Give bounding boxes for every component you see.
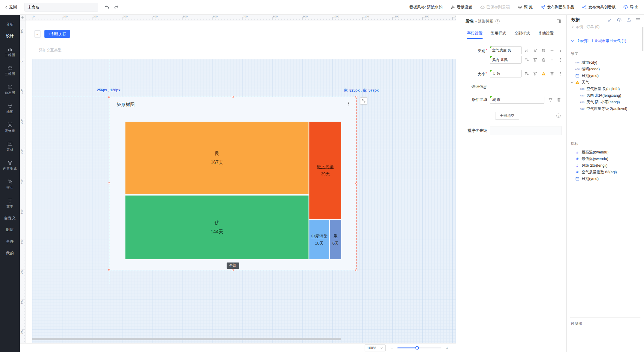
- canvas-viewport[interactable]: « + 创建关联 添加交互类型 256px , 126px 宽: 825px ,…: [26, 20, 456, 343]
- sidebar-item-mine[interactable]: 我的: [0, 247, 20, 259]
- treemap-widget[interactable]: 矩形树图 良167天优144天轻度污染39天中度污染10天重6天 全部: [110, 97, 356, 270]
- resize-handle-se[interactable]: [355, 269, 357, 271]
- sidebar-item-map[interactable]: 地图: [0, 99, 20, 118]
- resize-handle-sw[interactable]: [108, 269, 110, 271]
- board-style-label[interactable]: 看板风格: 清波水韵: [409, 5, 443, 10]
- delete-icon[interactable]: [557, 98, 561, 102]
- sidebar-item-text[interactable]: 文本: [0, 193, 20, 212]
- zoom-select[interactable]: 100%: [365, 344, 386, 351]
- sidebar-item-content-integration[interactable]: 内容集成: [0, 156, 20, 174]
- delete-icon[interactable]: [550, 71, 554, 76]
- field-row[interactable]: ABC空气质量等级 2(aqilevel): [567, 105, 644, 112]
- field-row[interactable]: #最低温(ywendu): [567, 156, 644, 162]
- board-title-input[interactable]: [24, 3, 98, 12]
- cloud-sync-icon[interactable]: [617, 17, 622, 22]
- field-row[interactable]: ABC风向 北风(fengxiang): [567, 92, 644, 99]
- tab-常用样式[interactable]: 常用样式: [491, 28, 506, 39]
- field-row[interactable]: 天气: [567, 79, 644, 86]
- sidebar-item-analysis[interactable]: 分析: [0, 19, 20, 30]
- treemap-node-优[interactable]: 优144天: [125, 196, 308, 259]
- help-icon[interactable]: ?: [495, 19, 500, 23]
- ruler-corner[interactable]: [20, 15, 26, 20]
- create-link-button[interactable]: + 创建关联: [44, 30, 70, 38]
- field-row[interactable]: ABC城市(city): [567, 59, 644, 66]
- collapse-properties-icon[interactable]: [556, 19, 561, 24]
- more-icon[interactable]: [558, 48, 563, 53]
- treemap-node-重[interactable]: 重6天: [330, 220, 341, 259]
- field-row[interactable]: ABC编码(code): [567, 66, 644, 72]
- tab-其他设置[interactable]: 其他设置: [538, 28, 554, 39]
- sidebar-item-chart-2d[interactable]: 二维图: [0, 42, 20, 61]
- zoom-out-button[interactable]: −: [390, 344, 394, 351]
- delete-icon[interactable]: [541, 58, 546, 62]
- zoom-slider-knob[interactable]: [415, 346, 419, 350]
- sort-icon[interactable]: [525, 48, 529, 53]
- canvas-horizontal-scrollbar[interactable]: [32, 338, 341, 340]
- export-button[interactable]: 导 出: [623, 5, 639, 10]
- zoom-in-button[interactable]: +: [445, 344, 450, 351]
- field-pill-days[interactable]: 天 数: [490, 70, 522, 77]
- warning-icon[interactable]: [541, 71, 546, 76]
- filter-icon[interactable]: [533, 48, 537, 53]
- filter-icon[interactable]: [533, 71, 537, 76]
- collapse-panel-button[interactable]: «: [34, 30, 41, 38]
- board-settings-button[interactable]: 看板设置: [450, 5, 472, 10]
- filter-icon[interactable]: [548, 98, 553, 102]
- sidebar-item-events[interactable]: 事件: [0, 236, 20, 247]
- sort-priority-input[interactable]: [490, 126, 562, 135]
- redo-icon[interactable]: [114, 5, 119, 10]
- back-button[interactable]: 返回: [4, 5, 17, 10]
- publish-coop-button[interactable]: 发布为共创看板: [582, 5, 615, 10]
- tab-全部样式[interactable]: 全部样式: [514, 28, 530, 39]
- treemap-node-中度污染[interactable]: 中度污染10天: [309, 220, 329, 259]
- zoom-slider[interactable]: [397, 347, 441, 348]
- sidebar-item-dynamic-chart[interactable]: 动态图: [0, 80, 20, 99]
- sidebar-item-design[interactable]: 设计: [0, 30, 20, 42]
- sidebar-item-chart-3d[interactable]: 三维图: [0, 61, 20, 80]
- sort-icon[interactable]: [525, 71, 529, 76]
- clear-all-button[interactable]: 全部清空: [495, 112, 519, 120]
- field-row[interactable]: 日期(ymd): [567, 175, 644, 182]
- widget-menu-icon[interactable]: [346, 101, 351, 106]
- field-pill-air-quality[interactable]: 空气质量 良: [490, 46, 522, 54]
- dataset-row[interactable]: 【示例】主要城市每日天气 (1): [567, 38, 644, 44]
- selected-component[interactable]: 矩形树图 良167天优144天轻度污染39天中度污染10天重6天 全部: [109, 97, 357, 270]
- field-row[interactable]: ABC天气 阴~小雨(tianqi): [567, 99, 644, 105]
- sidebar-item-material[interactable]: 素材: [0, 137, 20, 156]
- filter-icon[interactable]: [533, 58, 537, 62]
- field-row[interactable]: 日期(ymd): [567, 72, 644, 79]
- relation-icon[interactable]: [608, 17, 612, 22]
- preview-button[interactable]: 预 览: [518, 5, 533, 10]
- resize-handle-w[interactable]: [108, 182, 110, 184]
- list-icon[interactable]: [636, 17, 640, 22]
- sidebar-item-decorator[interactable]: 装饰器: [0, 118, 20, 137]
- sidebar-item-interaction[interactable]: 交互: [0, 174, 20, 193]
- resize-handle-s[interactable]: [232, 269, 234, 271]
- help-icon[interactable]: ?: [556, 114, 561, 118]
- field-row[interactable]: #最高温(bwendu): [567, 149, 644, 156]
- resize-handle-nw[interactable]: [108, 96, 110, 98]
- field-pill-wind-direction[interactable]: 风向 北风: [490, 56, 522, 64]
- resize-handle-e[interactable]: [355, 182, 357, 184]
- sort-icon[interactable]: [525, 58, 529, 62]
- sidebar-item-custom[interactable]: 自定义: [0, 212, 20, 224]
- remove-icon[interactable]: [550, 58, 554, 62]
- replace-widget-button[interactable]: [360, 97, 367, 105]
- treemap-breadcrumb[interactable]: 全部: [227, 262, 239, 269]
- remove-icon[interactable]: [550, 48, 554, 53]
- caret-down-icon[interactable]: [571, 39, 575, 43]
- import-data-icon[interactable]: [626, 17, 631, 22]
- treemap-node-良[interactable]: 良167天: [125, 122, 308, 194]
- tab-字段设置[interactable]: 字段设置: [467, 28, 483, 39]
- resize-handle-ne[interactable]: [355, 96, 357, 98]
- field-pill-city[interactable]: 城 市: [490, 96, 544, 104]
- publish-team-button[interactable]: 发布到团队作品: [540, 5, 574, 10]
- delete-icon[interactable]: [541, 48, 546, 53]
- more-icon[interactable]: [558, 71, 563, 76]
- more-icon[interactable]: [558, 58, 563, 62]
- detail-drop-zone[interactable]: [490, 83, 566, 91]
- field-row[interactable]: ABC空气质量 良(aqiinfo): [567, 86, 644, 92]
- caret-down-icon[interactable]: [570, 80, 574, 84]
- field-row[interactable]: #风级 2级(fengli): [567, 162, 644, 169]
- caret-right-icon[interactable]: [571, 25, 575, 29]
